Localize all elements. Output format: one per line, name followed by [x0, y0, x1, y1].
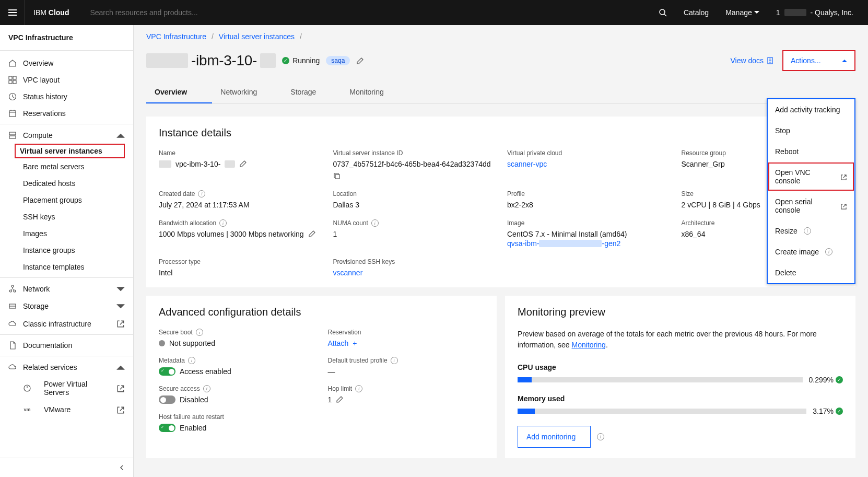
- field-value: Dallas 3: [333, 201, 495, 209]
- field-instance-id: Virtual server instance ID 0737_4b57512f…: [333, 149, 495, 180]
- hop-value: 1: [328, 395, 332, 404]
- search-area[interactable]: [81, 8, 652, 17]
- info-icon[interactable]: i: [198, 190, 205, 197]
- info-icon[interactable]: i: [203, 385, 210, 392]
- sidebar-item-vmware[interactable]: vm VMware: [0, 401, 133, 418]
- monitoring-preview-panel: Monitoring preview Preview based on aver…: [505, 296, 855, 458]
- account-redacted: [784, 9, 806, 16]
- sidebar-item-label: Related services: [23, 363, 77, 371]
- add-monitoring-button[interactable]: Add monitoring: [518, 426, 591, 448]
- sidebar-item-classic[interactable]: Classic infrastructure: [0, 315, 133, 332]
- info-icon[interactable]: i: [391, 357, 398, 364]
- image-link[interactable]: qvsa-ibm--gen2: [507, 239, 620, 248]
- sidebar-item-dedicated-hosts[interactable]: Dedicated hosts: [0, 175, 133, 192]
- info-icon[interactable]: i: [196, 329, 203, 336]
- clock-icon: [8, 92, 17, 101]
- sidebar-item-power-vs[interactable]: Power Virtual Servers: [0, 376, 133, 401]
- collapse-sidebar-button[interactable]: [0, 458, 133, 477]
- tab-monitoring[interactable]: Monitoring: [341, 82, 408, 103]
- field-secure-boot: Secure booti Not supported: [159, 329, 315, 347]
- edit-name-button[interactable]: [239, 160, 247, 168]
- sidebar-item-instance-templates[interactable]: Instance templates: [0, 259, 133, 275]
- info-icon[interactable]: i: [371, 219, 379, 227]
- field-value: —: [328, 367, 485, 376]
- sidebar-item-images[interactable]: Images: [0, 225, 133, 242]
- sidebar-item-ssh-keys[interactable]: SSH keys: [0, 208, 133, 225]
- attach-reservation-link[interactable]: Attach: [328, 339, 349, 347]
- copy-id-button[interactable]: [333, 172, 341, 180]
- header-right: Catalog Manage 1 - Qualys, Inc.: [652, 0, 868, 25]
- action-open-serial-console[interactable]: Open serial console: [768, 191, 854, 220]
- add-icon[interactable]: +: [353, 339, 357, 347]
- sidebar-item-overview[interactable]: Overview: [0, 55, 133, 72]
- manage-link[interactable]: Manage: [719, 8, 766, 17]
- sidebar-item-reservations[interactable]: Reservations: [0, 105, 133, 122]
- field-value: Attach +: [328, 339, 485, 347]
- svg-rect-2: [9, 76, 12, 79]
- search-icon[interactable]: [652, 0, 673, 25]
- tab-overview[interactable]: Overview: [146, 82, 212, 103]
- sidebar-item-network[interactable]: Network: [0, 280, 133, 297]
- sidebar-item-status-history[interactable]: Status history: [0, 88, 133, 105]
- field-value: Disabled: [159, 395, 315, 404]
- breadcrumb-vpc-infra[interactable]: VPC Infrastructure: [146, 32, 206, 41]
- sidebar-item-placement-groups[interactable]: Placement groups: [0, 192, 133, 208]
- document-icon: [8, 341, 17, 350]
- cpu-progress-fill: [518, 377, 532, 382]
- action-open-vnc-console[interactable]: Open VNC console: [768, 162, 854, 191]
- field-host-failure: Host failure auto restart Enabled: [159, 413, 315, 432]
- brand[interactable]: IBM Cloud: [25, 8, 77, 17]
- action-create-image[interactable]: Create imagei: [768, 241, 854, 262]
- tab-storage[interactable]: Storage: [282, 82, 341, 103]
- tab-networking[interactable]: Networking: [212, 82, 282, 103]
- action-delete[interactable]: Delete: [768, 262, 854, 283]
- action-add-activity-tracking[interactable]: Add activity tracking: [768, 99, 854, 120]
- page-header: -ibm-3-10- ✓ Running saqa View docs Acti…: [134, 46, 868, 71]
- info-icon[interactable]: i: [188, 357, 195, 364]
- sidebar-item-label: Instance templates: [23, 263, 85, 271]
- metadata-toggle[interactable]: [159, 367, 175, 376]
- sidebar-item-vpc-layout[interactable]: VPC layout: [0, 72, 133, 88]
- breadcrumb-sep: /: [300, 32, 302, 41]
- secure-boot-value: Not supported: [169, 339, 215, 347]
- hamburger-menu[interactable]: [0, 0, 25, 25]
- account-switcher[interactable]: 1 - Qualys, Inc.: [770, 8, 860, 17]
- secure-access-toggle[interactable]: [159, 395, 175, 404]
- search-input[interactable]: [90, 8, 643, 17]
- sidebar-item-related-services[interactable]: Related services: [0, 358, 133, 376]
- field-label: Image: [507, 219, 669, 227]
- memory-progress-fill: [518, 409, 535, 414]
- sidebar-item-bare-metal[interactable]: Bare metal servers: [0, 158, 133, 175]
- edit-hop-button[interactable]: [336, 396, 343, 403]
- monitoring-link[interactable]: Monitoring: [572, 341, 606, 349]
- edit-bandwidth-button[interactable]: [308, 230, 315, 238]
- info-icon[interactable]: i: [219, 219, 227, 227]
- sidebar-item-documentation[interactable]: Documentation: [0, 337, 133, 354]
- redacted: [225, 160, 235, 168]
- catalog-link[interactable]: Catalog: [677, 8, 715, 17]
- edit-tags-button[interactable]: [356, 56, 363, 65]
- sidebar-item-storage[interactable]: Storage: [0, 298, 133, 315]
- vpc-link[interactable]: scanner-vpc: [507, 160, 547, 168]
- external-link-icon: [840, 202, 847, 210]
- info-icon[interactable]: i: [355, 385, 362, 392]
- action-resize[interactable]: Resizei: [768, 220, 854, 241]
- ssh-key-link[interactable]: vscanner: [333, 269, 363, 277]
- action-reboot[interactable]: Reboot: [768, 141, 854, 162]
- sidebar-item-instance-groups[interactable]: Instance groups: [0, 242, 133, 259]
- sidebar-item-compute[interactable]: Compute: [0, 126, 133, 144]
- sidebar-item-vsi[interactable]: Virtual server instances: [15, 144, 125, 158]
- actions-dropdown-button[interactable]: Actions...: [782, 50, 855, 71]
- action-stop[interactable]: Stop: [768, 120, 854, 141]
- breadcrumb-sep: /: [212, 32, 214, 41]
- field-numa: NUMA counti 1: [333, 219, 495, 248]
- breadcrumb-vsi[interactable]: Virtual server instances: [219, 32, 295, 41]
- field-secure-access: Secure accessi Disabled: [159, 385, 315, 404]
- view-docs-link[interactable]: View docs: [730, 56, 774, 65]
- info-icon[interactable]: i: [597, 433, 604, 440]
- field-label: NUMA counti: [333, 219, 495, 227]
- secure-access-value: Disabled: [180, 395, 208, 404]
- host-failure-toggle[interactable]: [159, 424, 175, 432]
- check-icon: ✓: [836, 408, 843, 415]
- tag-badge[interactable]: saqa: [326, 56, 350, 65]
